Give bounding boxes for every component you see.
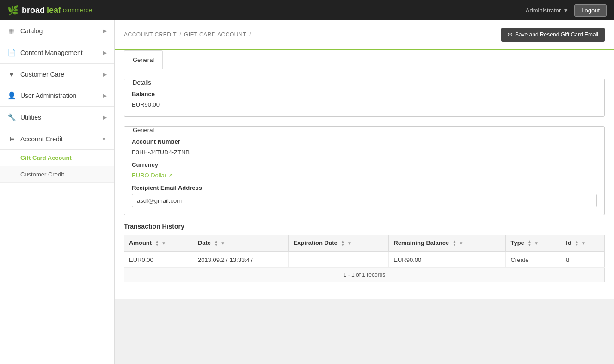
id-sort-icons[interactable]: ▲ ▼ [575,240,579,247]
logo-broad: broad [22,6,45,15]
id-filter-icon[interactable]: ▼ [581,241,586,246]
sort-down-icon: ▼ [528,243,531,247]
table-cell: EUR90.00 [389,252,506,268]
col-date: Date ▲ ▼ ▼ [193,235,288,252]
sort-down-icon: ▼ [215,243,218,247]
catalog-arrow-icon: ▶ [103,28,107,34]
sidebar-item-care-left: ♥ Customer Care [7,70,64,78]
customer-credit-label: Customer Credit [20,171,64,178]
col-id-label: Id [566,239,571,246]
tab-general[interactable]: General [124,50,163,69]
tab-general-label: General [133,56,154,63]
save-resend-button[interactable]: ✉ Save and Resend Gift Card Email [501,28,605,42]
table-pagination: 1 - 1 of 1 records [124,268,605,282]
currency-link[interactable]: EURO Dollar ↗ [132,172,597,179]
recipient-email-label: Recipient Email Address [132,184,597,191]
table-cell: EUR0.00 [124,252,193,268]
date-sort-icons[interactable]: ▲ ▼ [215,240,218,247]
user-admin-icon: 👤 [7,91,16,100]
leaf-icon: 🌿 [7,5,19,16]
sidebar-item-user-admin[interactable]: 👤 User Administration ▶ [0,85,114,107]
admin-label: Administrator ▼ [526,7,569,14]
currency-value: EURO Dollar ↗ [132,171,597,180]
balance-label: Balance [132,91,597,97]
details-section: Details Balance EUR90.00 [124,79,605,117]
sidebar-item-admin-label: User Administration [20,92,76,99]
account-number-value: E3HH-J4TUD4-ZTNB [132,148,597,157]
admin-text: Administrator [526,7,561,14]
col-remaining: Remaining Balance ▲ ▼ ▼ [389,235,506,252]
expiration-sort-icons[interactable]: ▲ ▼ [341,240,344,247]
sort-down-icon: ▼ [575,243,579,247]
table-cell: 8 [561,252,605,268]
recipient-email-input[interactable] [132,194,597,207]
amount-sort-icons[interactable]: ▲ ▼ [155,240,159,247]
table-row: EUR0.002013.09.27 13:33:47EUR90.00Create… [124,252,605,268]
transaction-history-title: Transaction History [124,223,605,230]
account-number-label: Account Number [132,138,597,145]
admin-chevron-icon: ▼ [563,7,569,14]
utilities-icon: 🔧 [7,113,16,121]
date-filter-icon[interactable]: ▼ [221,241,225,246]
col-date-label: Date [198,239,211,246]
table-body: EUR0.002013.09.27 13:33:47EUR90.00Create… [124,252,605,268]
catalog-icon: ▦ [7,27,16,35]
type-sort-icons[interactable]: ▲ ▼ [528,240,531,247]
general-section-body: Account Number E3HH-J4TUD4-ZTNB Currency… [124,133,604,215]
logout-button[interactable]: Logout [574,4,607,17]
care-arrow-icon: ▶ [103,71,107,78]
envelope-icon: ✉ [508,31,512,38]
details-section-body: Balance EUR90.00 [124,86,604,116]
credit-arrow-icon: ▼ [101,136,107,142]
sidebar-item-credit-left: 🖥 Account Credit [7,135,63,143]
breadcrumb-gift-card: GIFT CARD ACCOUNT [184,31,246,38]
col-expiration-label: Expiration Date [293,239,337,246]
external-link-icon: ↗ [168,172,172,178]
expiration-filter-icon[interactable]: ▼ [347,241,352,246]
sidebar-item-content-left: 📄 Content Management [7,49,83,57]
col-id: Id ▲ ▼ ▼ [561,235,605,252]
amount-filter-icon[interactable]: ▼ [161,241,166,246]
sidebar-item-content-label: Content Management [20,49,83,56]
content-arrow-icon: ▶ [103,49,107,56]
content-panel: ACCOUNT CREDIT / GIFT CARD ACCOUNT / ✉ S… [115,20,614,299]
table-cell [289,252,389,268]
general-section: General Account Number E3HH-J4TUD4-ZTNB … [124,126,605,215]
remaining-sort-icons[interactable]: ▲ ▼ [453,240,456,247]
care-icon: ♥ [7,70,16,78]
sidebar-item-care-label: Customer Care [20,71,64,78]
col-remaining-label: Remaining Balance [393,239,449,246]
col-type: Type ▲ ▼ ▼ [506,235,561,252]
sidebar-item-admin-left: 👤 User Administration [7,91,76,100]
sidebar-item-customer-care[interactable]: ♥ Customer Care ▶ [0,64,114,85]
general-legend: General [130,127,157,133]
table-cell: 2013.09.27 13:33:47 [193,252,288,268]
col-expiration: Expiration Date ▲ ▼ ▼ [289,235,389,252]
currency-label: Currency [132,161,597,168]
details-legend: Details [130,79,154,86]
sidebar-item-utilities[interactable]: 🔧 Utilities ▶ [0,107,114,128]
remaining-filter-icon[interactable]: ▼ [459,241,463,246]
sort-down-icon: ▼ [155,243,159,247]
sidebar-item-customer-credit[interactable]: Customer Credit [0,166,114,183]
table-cell: Create [506,252,561,268]
logo-leaf-text: leaf [47,6,61,15]
col-amount-label: Amount [129,239,152,246]
sidebar-item-credit-label: Account Credit [20,135,63,143]
nav-right: Administrator ▼ Logout [526,4,607,17]
sidebar-item-catalog[interactable]: ▦ Catalog ▶ [0,20,114,42]
type-filter-icon[interactable]: ▼ [534,241,539,246]
tabs-container: General [115,50,614,69]
layout: ▦ Catalog ▶ 📄 Content Management ▶ ♥ Cus… [0,20,614,364]
sidebar-item-content-management[interactable]: 📄 Content Management ▶ [0,42,114,64]
account-credit-icon: 🖥 [7,135,16,143]
sidebar-item-gift-card-account[interactable]: Gift Card Account [0,150,114,166]
sidebar-item-catalog-label: Catalog [20,27,43,35]
breadcrumb-sep-1: / [179,31,181,38]
col-type-label: Type [510,239,524,246]
sidebar-item-account-credit[interactable]: 🖥 Account Credit ▼ [0,128,114,150]
balance-value: EUR90.00 [132,100,597,109]
sort-down-icon: ▼ [341,243,344,247]
col-amount: Amount ▲ ▼ ▼ [124,235,193,252]
breadcrumb-account-credit: ACCOUNT CREDIT [124,31,177,38]
